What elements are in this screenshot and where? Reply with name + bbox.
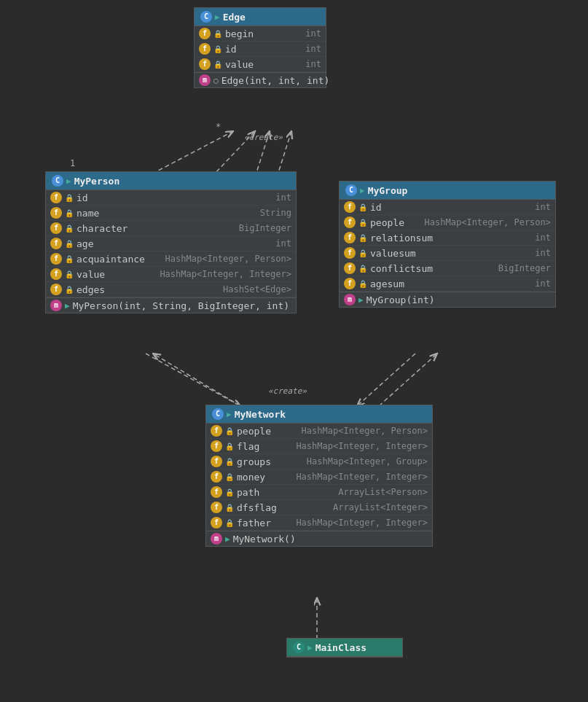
- field-name: people: [237, 426, 299, 437]
- lock-icon: 🔒: [213, 61, 222, 69]
- lock-icon: 🔒: [213, 30, 222, 38]
- lock-icon: 🔒: [358, 219, 367, 227]
- mygroup-field-people: f 🔒 people HashMap<Integer, Person>: [340, 215, 555, 230]
- lock-icon: 🔒: [65, 240, 74, 248]
- field-type: HashMap<Integer, Integer>: [296, 441, 428, 451]
- field-name: money: [237, 472, 293, 483]
- field-name: value: [225, 59, 302, 70]
- mygroup-field-agesum: f 🔒 agesum int: [340, 276, 555, 292]
- method-name: MyNetwork(): [233, 534, 428, 545]
- field-type: HashMap<Integer, Integer>: [160, 269, 291, 279]
- svg-text:«create»: «create»: [244, 133, 283, 142]
- mynetwork-field-people: f 🔒 people HashMap<Integer, Person>: [206, 424, 432, 439]
- lock-icon: 🔒: [225, 504, 234, 512]
- myperson-field-edges: f 🔒 edges HashSet<Edge>: [46, 282, 296, 297]
- svg-line-5: [255, 131, 270, 177]
- mygroup-class: C ▶ MyGroup f 🔒 id int f 🔒 people HashMa…: [339, 181, 556, 308]
- lock-icon: 🔒: [358, 265, 367, 273]
- myperson-header: C ▶ MyPerson: [46, 172, 296, 190]
- field-name: name: [77, 208, 257, 219]
- field-icon: f: [344, 262, 356, 274]
- field-type: int: [535, 278, 551, 289]
- mygroup-visibility-icon: ▶: [360, 186, 365, 195]
- field-type: int: [305, 28, 321, 39]
- green-dot-icon: ▶: [65, 301, 70, 311]
- lock-icon: 🔒: [358, 203, 367, 211]
- field-name: id: [77, 192, 273, 203]
- field-type: int: [275, 192, 291, 203]
- field-name: people: [370, 217, 422, 228]
- myperson-field-age: f 🔒 age int: [46, 236, 296, 251]
- field-name: conflictsum: [370, 263, 495, 274]
- lock-icon: 🔒: [65, 225, 74, 233]
- method-name: Edge(int, int, int): [222, 75, 330, 86]
- mainclass-header: C ▶ MainClass: [287, 639, 402, 657]
- field-icon: f: [50, 268, 62, 280]
- mynetwork-title: MyNetwork: [235, 409, 286, 420]
- field-type: ArrayList<Integer>: [333, 502, 428, 512]
- edge-visibility-icon: ▶: [215, 12, 220, 22]
- mygroup-body: f 🔒 id int f 🔒 people HashMap<Integer, P…: [340, 200, 555, 307]
- svg-line-7: [153, 354, 240, 406]
- field-type: HashMap<Integer, Integer>: [296, 518, 428, 528]
- field-icon: f: [211, 425, 222, 437]
- method-name: MyPerson(int, String, BigInteger, int): [73, 300, 291, 311]
- field-type: HashMap<Integer, Person>: [165, 254, 291, 264]
- field-icon: f: [50, 192, 62, 203]
- mygroup-title: MyGroup: [368, 185, 408, 196]
- field-icon: f: [50, 238, 62, 249]
- field-name: flag: [237, 441, 293, 452]
- edge-body: f 🔒 begin int f 🔒 id int f 🔒 value int m…: [195, 26, 326, 87]
- svg-text:1: 1: [70, 158, 75, 168]
- edge-field-begin: f 🔒 begin int: [195, 26, 326, 42]
- field-icon: f: [344, 278, 356, 289]
- mygroup-header: C ▶ MyGroup: [340, 182, 555, 200]
- mainclass-title: MainClass: [315, 642, 366, 653]
- lock-icon: 🔒: [225, 519, 234, 527]
- field-type: HashMap<Integer, Person>: [425, 217, 551, 227]
- mynetwork-class: C ▶ MyNetwork f 🔒 people HashMap<Integer…: [205, 405, 433, 547]
- field-type: BigInteger: [498, 263, 551, 273]
- field-icon: f: [211, 486, 222, 498]
- edge-title: Edge: [223, 12, 246, 23]
- field-name: acquaintance: [77, 254, 162, 265]
- mygroup-field-valuesum: f 🔒 valuesum int: [340, 246, 555, 261]
- field-icon: f: [50, 222, 62, 234]
- mynetwork-field-money: f 🔒 money HashMap<Integer, Integer>: [206, 469, 432, 485]
- lock-icon: 🔒: [358, 280, 367, 288]
- edge-header: C ▶ Edge: [195, 8, 326, 26]
- lock-icon: 🔒: [225, 458, 234, 466]
- method-icon: m: [199, 74, 211, 86]
- field-type: BigInteger: [239, 223, 291, 233]
- field-icon: f: [344, 201, 356, 213]
- mynetwork-visibility-icon: ▶: [227, 410, 232, 419]
- edge-method-constructor: m ○ Edge(int, int, int): [195, 73, 326, 87]
- field-icon: f: [199, 43, 211, 55]
- myperson-field-id: f 🔒 id int: [46, 190, 296, 206]
- field-icon: f: [211, 440, 222, 452]
- edge-field-value: f 🔒 value int: [195, 57, 326, 72]
- field-icon: f: [211, 502, 222, 513]
- field-name: id: [370, 202, 532, 213]
- mainclass-class: C ▶ MainClass: [286, 638, 403, 658]
- green-dot-icon: ▶: [358, 295, 364, 305]
- green-dot-icon: ▶: [225, 534, 230, 544]
- myperson-visibility-icon: ▶: [66, 176, 71, 186]
- field-name: value: [77, 269, 157, 280]
- mynetwork-field-groups: f 🔒 groups HashMap<Integer, Group>: [206, 454, 432, 469]
- lock-icon: 🔒: [65, 286, 74, 294]
- lock-icon: 🔒: [213, 45, 222, 53]
- svg-text:*: *: [216, 122, 221, 132]
- mynetwork-field-flag: f 🔒 flag HashMap<Integer, Integer>: [206, 439, 432, 454]
- svg-line-1: [146, 131, 233, 177]
- myperson-field-acquaintance: f 🔒 acquaintance HashMap<Integer, Person…: [46, 251, 296, 267]
- field-name: father: [237, 518, 293, 529]
- field-name: groups: [237, 456, 304, 467]
- field-icon: f: [211, 471, 222, 483]
- method-icon: m: [50, 300, 62, 311]
- lock-icon: 🔒: [358, 249, 367, 257]
- svg-line-11: [357, 354, 415, 406]
- lock-icon: 🔒: [65, 255, 74, 263]
- mygroup-field-relationsum: f 🔒 relationsum int: [340, 230, 555, 246]
- mynetwork-class-icon: C: [212, 408, 224, 420]
